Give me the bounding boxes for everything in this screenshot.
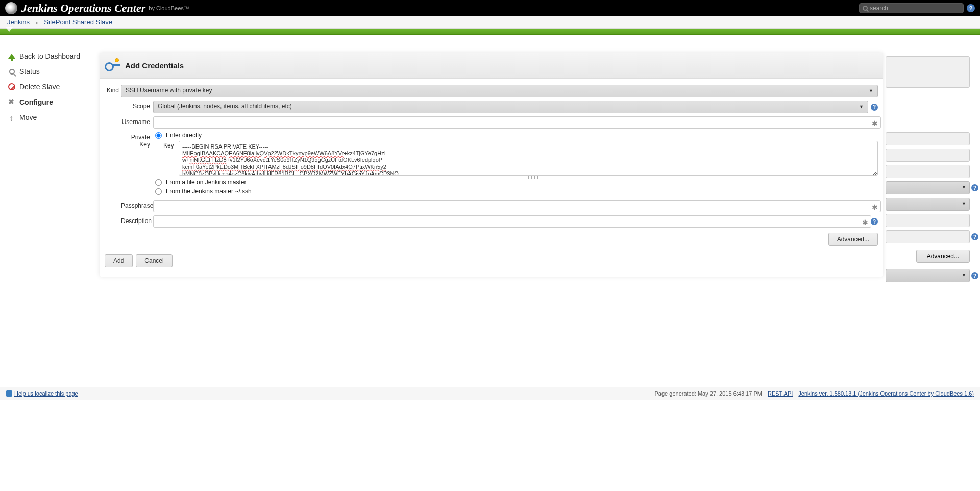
bg-select[interactable] [886, 198, 970, 211]
breadcrumb-item-jenkins[interactable]: Jenkins [7, 18, 30, 26]
modal-title: Add Credentials [125, 61, 184, 70]
sidebar-item-delete[interactable]: Delete Slave [7, 81, 100, 93]
sidebar-item-label: Status [19, 67, 40, 76]
help-icon[interactable]: ? [871, 104, 878, 111]
search-placeholder: search [870, 5, 888, 12]
sidebar-item-label: Configure [19, 98, 53, 106]
required-icon: ✱ [862, 218, 868, 227]
bg-advanced-button[interactable]: Advanced... [916, 250, 970, 263]
advanced-button[interactable]: Advanced... [828, 233, 878, 246]
breadcrumb-item-slave[interactable]: SitePoint Shared Slave [44, 18, 112, 26]
magnifier-icon [7, 67, 16, 76]
tools-icon [7, 98, 16, 106]
add-button[interactable]: Add [105, 254, 133, 267]
resize-handle-icon[interactable] [528, 176, 538, 179]
help-icon[interactable]: ? [971, 184, 978, 191]
help-icon[interactable]: ? [871, 218, 878, 225]
search-icon [863, 6, 868, 11]
help-icon[interactable]: ? [971, 233, 978, 240]
sidebar-item-status[interactable]: Status [7, 65, 100, 78]
scope-select[interactable]: Global (Jenkins, nodes, items, all child… [153, 101, 868, 113]
bg-input[interactable] [886, 214, 970, 227]
privatekey-label: Private Key [121, 132, 153, 148]
sidebar-item-label: Move [19, 113, 37, 121]
help-icon[interactable]: ? [971, 272, 978, 279]
generated-text: Page generated: May 27, 2015 6:43:17 PM [655, 390, 762, 397]
top-header: Jenkins Operations Center by CloudBees™ … [0, 0, 980, 16]
key-textarea[interactable]: -----BEGIN RSA PRIVATE KEY-----MIIEogIBA… [179, 141, 878, 176]
radio-input[interactable] [155, 132, 162, 139]
breadcrumb: Jenkins ▸ SitePoint Shared Slave [0, 16, 980, 29]
scope-label: Scope [121, 101, 153, 110]
bg-input[interactable]: ? [886, 230, 970, 243]
sidebar-item-move[interactable]: Move [7, 111, 100, 124]
radio-label: From the Jenkins master ~/.ssh [166, 188, 252, 195]
cancel-button[interactable]: Cancel [136, 254, 172, 267]
kind-label: Kind [105, 85, 121, 94]
description-input[interactable] [153, 215, 871, 228]
jenkins-logo-icon [5, 2, 17, 14]
modal-header: Add Credentials [100, 53, 883, 79]
bg-input[interactable] [886, 149, 970, 162]
required-icon: ✱ [872, 119, 878, 128]
sidebar-item-configure[interactable]: Configure [7, 96, 100, 108]
globe-icon [6, 390, 12, 397]
bg-select[interactable]: ? [886, 181, 970, 194]
radio-input[interactable] [155, 188, 162, 195]
version-link[interactable]: Jenkins ver. 1.580.13.1 (Jenkins Operati… [798, 390, 974, 397]
sidebar-item-label: Back to Dashboard [19, 52, 80, 60]
sidebar: Back to Dashboard Status Delete Slave Co… [0, 35, 100, 382]
radio-label: From a file on Jenkins master [166, 179, 246, 186]
bg-input[interactable] [886, 132, 970, 145]
localize-link[interactable]: Help us localize this page [6, 390, 78, 397]
help-icon[interactable]: ? [967, 4, 975, 12]
notification-bar [0, 29, 980, 35]
username-input[interactable] [153, 116, 881, 129]
bg-textarea[interactable] [886, 56, 970, 88]
product-suffix: by CloudBees™ [149, 5, 189, 11]
required-icon: ✱ [872, 203, 878, 211]
no-entry-icon [7, 83, 16, 91]
arrow-up-icon [7, 52, 16, 60]
add-credentials-modal: Add Credentials Kind SSH Username with p… [100, 53, 883, 277]
key-label: Key [163, 141, 179, 176]
description-label: Description [121, 215, 153, 225]
background-form: ? ? Advanced... ? [886, 56, 970, 285]
search-input[interactable]: search [859, 3, 964, 13]
product-title: Jenkins Operations Center [21, 2, 145, 15]
page-footer: Help us localize this page Page generate… [0, 387, 980, 400]
key-icon [105, 60, 121, 70]
sidebar-item-dashboard[interactable]: Back to Dashboard [7, 50, 100, 62]
radio-enter-directly[interactable]: Enter directly [153, 132, 878, 139]
kind-select[interactable]: SSH Username with private key [121, 85, 878, 97]
radio-from-file[interactable]: From a file on Jenkins master [153, 179, 878, 186]
chevron-right-icon: ▸ [36, 20, 38, 26]
radio-label: Enter directly [166, 132, 202, 139]
sidebar-item-label: Delete Slave [19, 83, 60, 91]
rest-api-link[interactable]: REST API [768, 390, 793, 397]
bg-input[interactable] [886, 165, 970, 178]
username-label: Username [121, 116, 153, 126]
radio-input[interactable] [155, 179, 162, 186]
move-icon [7, 113, 16, 121]
passphrase-input[interactable] [153, 200, 881, 212]
passphrase-label: Passphrase [121, 200, 153, 209]
radio-from-master[interactable]: From the Jenkins master ~/.ssh [153, 188, 878, 195]
bg-select[interactable]: ? [886, 269, 970, 282]
